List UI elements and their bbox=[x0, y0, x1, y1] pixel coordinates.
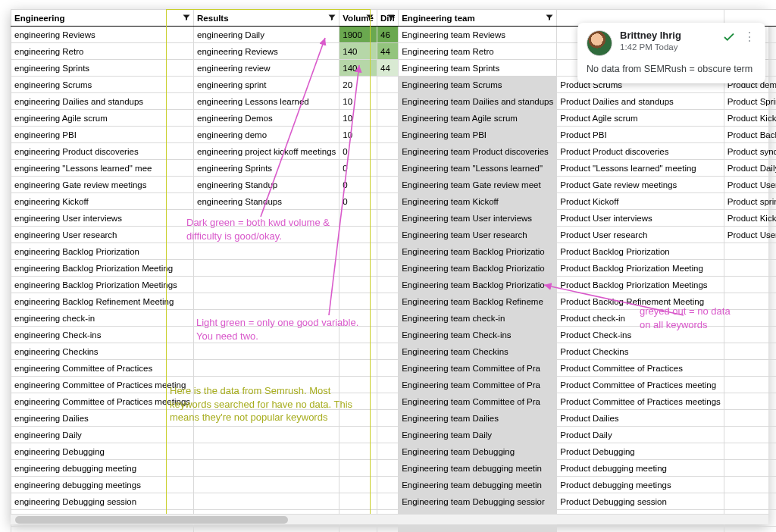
cell[interactable]: engineering review bbox=[194, 60, 340, 77]
spreadsheet[interactable]: Engineering Results Volume Diff Engineer… bbox=[11, 9, 768, 524]
cell[interactable]: 1900 bbox=[340, 27, 377, 43]
cell[interactable]: Product Debugging bbox=[557, 443, 724, 460]
cell[interactable] bbox=[194, 310, 340, 327]
table-row[interactable]: engineering Dailies and standupsengineer… bbox=[11, 93, 777, 110]
cell[interactable]: Product sprint bbox=[724, 193, 776, 210]
cell[interactable] bbox=[377, 493, 398, 510]
cell[interactable]: Product Checkins bbox=[557, 343, 724, 360]
header-diff[interactable]: Diff bbox=[377, 10, 398, 27]
cell[interactable] bbox=[377, 343, 398, 360]
cell[interactable]: engineering Check-ins bbox=[11, 327, 194, 343]
cell[interactable]: Product debugging meeting bbox=[557, 460, 724, 477]
cell[interactable] bbox=[724, 343, 776, 360]
cell[interactable] bbox=[194, 243, 340, 260]
cell[interactable]: Engineering team Scrums bbox=[399, 77, 557, 93]
cell[interactable] bbox=[377, 443, 398, 460]
cell[interactable]: Engineering team Debugging sessior bbox=[399, 493, 557, 510]
cell[interactable]: engineering Retro bbox=[11, 43, 194, 60]
cell[interactable]: engineering Backlog Priorization Meeting bbox=[11, 260, 194, 277]
table-row[interactable]: engineering "Lessons learned" meeenginee… bbox=[11, 160, 777, 177]
cell[interactable] bbox=[377, 260, 398, 277]
cell[interactable] bbox=[194, 427, 340, 443]
cell[interactable]: Product User res bbox=[724, 177, 776, 193]
cell[interactable]: engineering Dailies bbox=[11, 410, 194, 427]
cell[interactable] bbox=[377, 460, 398, 477]
cell[interactable]: Product Daily bbox=[724, 160, 776, 177]
cell[interactable] bbox=[377, 77, 398, 93]
cell[interactable] bbox=[377, 227, 398, 243]
cell[interactable]: Product Sprints bbox=[724, 93, 776, 110]
cell[interactable]: engineering check-in bbox=[11, 310, 194, 327]
cell[interactable]: Engineering team Committee of Pra bbox=[399, 393, 557, 410]
cell[interactable]: Engineering team debugging meetin bbox=[399, 477, 557, 493]
table-row[interactable]: engineering DailyEngineering team DailyP… bbox=[11, 427, 777, 443]
cell[interactable]: engineering Demos bbox=[194, 110, 340, 127]
comment-card[interactable]: Brittney Ihrig 1:42 PM Today ⋮ No data f… bbox=[577, 23, 765, 83]
cell[interactable]: Engineering team Backlog Refineme bbox=[399, 293, 557, 310]
cell[interactable] bbox=[724, 393, 776, 410]
table-row[interactable]: engineering Committee of PracticesEngine… bbox=[11, 360, 777, 377]
cell[interactable]: engineering Committee of Practices bbox=[11, 360, 194, 377]
cell[interactable] bbox=[377, 293, 398, 310]
cell[interactable] bbox=[724, 527, 776, 533]
cell[interactable] bbox=[340, 460, 377, 477]
cell[interactable] bbox=[377, 527, 398, 533]
cell[interactable] bbox=[194, 493, 340, 510]
table-row[interactable]: engineering DailiesEngineering team Dail… bbox=[11, 410, 777, 427]
cell[interactable]: Engineering team Backlog Priorizatio bbox=[399, 243, 557, 260]
cell[interactable] bbox=[340, 427, 377, 443]
cell[interactable]: 0 bbox=[340, 193, 377, 210]
cell[interactable]: 20 bbox=[340, 77, 377, 93]
cell[interactable]: Product User research bbox=[557, 227, 724, 243]
cell[interactable] bbox=[377, 393, 398, 410]
cell[interactable]: Product Agile scrum bbox=[557, 110, 724, 127]
cell[interactable] bbox=[724, 260, 776, 277]
cell[interactable] bbox=[194, 260, 340, 277]
cell[interactable]: engineering Gate review meetings bbox=[11, 177, 194, 193]
cell[interactable] bbox=[724, 460, 776, 477]
cell[interactable] bbox=[724, 377, 776, 393]
cell[interactable]: engineering Daily bbox=[11, 427, 194, 443]
cell[interactable]: Product "Lessons learned" meeting bbox=[557, 160, 724, 177]
cell[interactable] bbox=[724, 243, 776, 260]
cell[interactable]: Engineering team Product discoveries bbox=[399, 143, 557, 160]
table-row[interactable]: engineering CheckinsEngineering team Che… bbox=[11, 343, 777, 360]
cell[interactable]: engineering Debugging bbox=[11, 443, 194, 460]
cell[interactable]: Engineering team Backlog Priorizatio bbox=[399, 277, 557, 293]
cell[interactable] bbox=[340, 293, 377, 310]
cell[interactable] bbox=[377, 210, 398, 227]
cell[interactable] bbox=[194, 227, 340, 243]
cell[interactable]: Product Gate review meetings bbox=[557, 177, 724, 193]
cell[interactable] bbox=[194, 293, 340, 310]
cell[interactable]: engineering sprint bbox=[194, 77, 340, 93]
cell[interactable]: engineering Checkins bbox=[11, 343, 194, 360]
cell[interactable] bbox=[377, 110, 398, 127]
cell[interactable] bbox=[194, 327, 340, 343]
cell[interactable] bbox=[377, 427, 398, 443]
cell[interactable]: engineering Standups bbox=[194, 193, 340, 210]
resolve-icon[interactable] bbox=[722, 30, 736, 44]
cell[interactable]: Product Committee of Practices bbox=[557, 360, 724, 377]
cell[interactable] bbox=[724, 410, 776, 427]
data-table[interactable]: Engineering Results Volume Diff Engineer… bbox=[11, 9, 776, 532]
cell[interactable]: engineering User interviews bbox=[11, 210, 194, 227]
table-row[interactable]: engineering debugging meetingEngineering… bbox=[11, 460, 777, 477]
header-engineering-team[interactable]: Engineering team bbox=[399, 10, 557, 27]
cell[interactable]: Engineering team Debugging bbox=[399, 443, 557, 460]
cell[interactable] bbox=[194, 410, 340, 427]
cell[interactable] bbox=[194, 377, 340, 393]
table-row[interactable]: engineering Committee of Practices meeti… bbox=[11, 377, 777, 393]
cell[interactable]: Engineering team Sprints bbox=[399, 60, 557, 77]
cell[interactable] bbox=[194, 343, 340, 360]
cell[interactable]: Engineering team Check-ins bbox=[399, 327, 557, 343]
table-row[interactable]: engineering check-inEngineering team che… bbox=[11, 310, 777, 327]
cell[interactable]: Product Committee of Practices meeting bbox=[557, 377, 724, 393]
cell[interactable]: 0 bbox=[340, 160, 377, 177]
cell[interactable]: Product check-in bbox=[557, 310, 724, 327]
cell[interactable]: Product Backlog Priorization Meetings bbox=[557, 277, 724, 293]
cell[interactable]: 44 bbox=[377, 43, 398, 60]
cell[interactable] bbox=[377, 410, 398, 427]
table-row[interactable]: engineering Kickoffengineering Standups0… bbox=[11, 193, 777, 210]
header-results[interactable]: Results bbox=[194, 10, 340, 27]
cell[interactable]: Product Dailies and standups bbox=[557, 93, 724, 110]
